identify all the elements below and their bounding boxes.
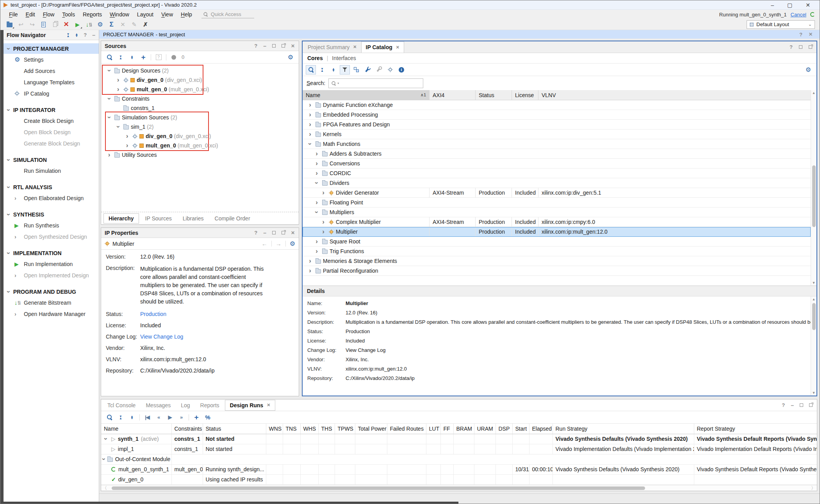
search-input[interactable]: ▾ <box>328 78 423 88</box>
ip-catalog-row-embedded-processing[interactable]: ›Embedded Processing <box>303 110 811 120</box>
editor-tab-project-summary[interactable]: Project Summary✕ <box>303 41 361 53</box>
results-minimize-button[interactable]: – <box>791 402 794 408</box>
expand-expander-icon[interactable]: › <box>115 87 121 91</box>
ip-catalog-row-divider-generator[interactable]: ›Divider GeneratorAXI4-StreamProductionI… <box>303 188 811 198</box>
ip-catalog-row-cordic[interactable]: ›CORDIC <box>303 169 811 178</box>
column-header-name[interactable]: Name <box>101 424 171 434</box>
cancel-run-link[interactable]: Cancel <box>791 12 806 18</box>
menu-layout[interactable]: Layout <box>133 11 157 18</box>
ip-catalog-maximize-button[interactable] <box>799 45 802 49</box>
tree-item-mult-gen-0[interactable]: ›mult_gen_0 (mult_gen_0.xci) <box>101 141 299 150</box>
collapse-expander-icon[interactable]: › <box>103 457 105 461</box>
detail-value[interactable]: View Change Log <box>346 347 385 353</box>
ip-catalog-row-dividers[interactable]: ›Dividers <box>303 178 811 188</box>
back-arrow-icon[interactable]: ← <box>262 240 267 247</box>
ip-catalog-funnel-button[interactable] <box>340 65 350 75</box>
sources-search-button[interactable] <box>104 53 114 62</box>
ip-catalog-float-button[interactable] <box>809 45 812 49</box>
window-close-button[interactable]: ✕ <box>806 2 810 8</box>
property-value[interactable]: Production <box>140 311 166 317</box>
quick-access-search[interactable]: Quick Access <box>201 11 254 18</box>
tree-item-div-gen-0[interactable]: ›div_gen_0 (div_gen_0.xci) <box>101 131 299 141</box>
tab-design-runs[interactable]: Design Runs✕ <box>225 400 276 411</box>
sources-maximize-button[interactable] <box>272 44 276 48</box>
menu-tools[interactable]: Tools <box>58 11 79 18</box>
menu-window[interactable]: Window <box>106 11 133 18</box>
flow-item-add-sources[interactable]: Add Sources <box>4 65 99 76</box>
design-runs-percent-button[interactable]: % <box>203 413 213 422</box>
ip-catalog-row-conversions[interactable]: ›Conversions <box>303 159 811 169</box>
flow-item-create-block-design[interactable]: Create Block Design <box>4 115 99 126</box>
tree-item-mult-gen-0[interactable]: ›mult_gen_0 (mult_gen_0.xci) <box>101 85 299 94</box>
ip-properties-question-button[interactable]: ? <box>254 230 257 236</box>
sources-dot-badge-button[interactable] <box>169 53 179 62</box>
cancel-run-button[interactable]: ✕ <box>61 20 71 29</box>
detail-value[interactable]: Production <box>346 328 370 334</box>
column-header-elapsed[interactable]: Elapsed <box>529 424 553 434</box>
forward-arrow-icon[interactable]: → <box>276 240 282 247</box>
menu-file[interactable]: File <box>5 11 22 18</box>
open-project-button[interactable] <box>4 20 15 29</box>
flow-section-header-synthesis[interactable]: ›SYNTHESIS <box>4 209 99 220</box>
tab-cores[interactable]: Cores <box>307 55 323 61</box>
design-runs-play-gray-button[interactable]: ▶ <box>165 413 175 422</box>
tab-tcl-console[interactable]: Tcl Console <box>103 400 140 410</box>
collapse-expander-icon[interactable]: › <box>313 210 320 214</box>
column-header-start[interactable]: Start <box>512 424 529 434</box>
sources-question-box-button[interactable]: ? <box>153 53 164 62</box>
flow-navigator-minimize-button[interactable]: – <box>92 32 95 38</box>
design-runs-back-button[interactable]: « <box>153 413 164 422</box>
expand-expander-icon[interactable]: › <box>307 269 314 273</box>
column-header-license[interactable]: License <box>512 90 538 100</box>
expand-expander-icon[interactable]: › <box>106 153 112 157</box>
collapse-expander-icon[interactable]: › <box>7 211 10 218</box>
flow-section-header-rtl-analysis[interactable]: ›RTL ANALYSIS <box>4 182 99 192</box>
ip-catalog-row-square-root[interactable]: ›Square Root <box>303 237 811 247</box>
tree-item-constraints[interactable]: ›Constraints <box>101 94 299 103</box>
column-header-constraints[interactable]: Constraints <box>171 424 203 434</box>
collapse-expander-icon[interactable]: › <box>7 250 10 256</box>
tab-hierarchy[interactable]: Hierarchy <box>103 213 139 224</box>
ip-catalog-row-math-functions[interactable]: ›Math Functions <box>303 139 811 149</box>
menu-flow[interactable]: Flow <box>39 11 59 18</box>
property-value[interactable]: View Change Log <box>140 334 183 340</box>
column-header-whs[interactable]: WHS <box>300 424 318 434</box>
column-header-ths[interactable]: THS <box>318 424 335 434</box>
flow-section-header-simulation[interactable]: ›SIMULATION <box>4 154 99 165</box>
ip-catalog-settings-button[interactable]: ⚙ <box>803 65 813 75</box>
redo-button[interactable]: ↪ <box>27 20 37 29</box>
expand-expander-icon[interactable]: › <box>115 78 121 82</box>
gear-icon[interactable]: ⚙ <box>290 241 295 247</box>
flow-section-header-ip-integrator[interactable]: ›IP INTEGRATOR <box>4 105 99 115</box>
sources-collapse-all-button[interactable]: ▼▲ <box>116 53 126 62</box>
flow-item-ip-catalog[interactable]: IP Catalog <box>4 88 99 99</box>
tab-libraries[interactable]: Libraries <box>178 214 209 223</box>
ip-catalog-info-button[interactable]: i <box>396 65 406 75</box>
column-header-wns[interactable]: WNS <box>266 424 283 434</box>
expand-expander-icon[interactable]: › <box>307 259 314 263</box>
sources-plus-button[interactable]: + <box>138 53 148 62</box>
ip-catalog-chip-btn-button[interactable] <box>385 65 395 75</box>
tree-item-div-gen-0[interactable]: ›div_gen_0 (div_gen_0.xci) <box>101 75 299 85</box>
column-header-bram[interactable]: BRAM <box>453 424 474 434</box>
collapse-expander-icon[interactable]: › <box>115 125 121 129</box>
column-header-run-strategy[interactable]: Run Strategy <box>553 424 694 434</box>
column-header-total-power[interactable]: Total Power <box>355 424 387 434</box>
tree-item-sim-1[interactable]: ›sim_1 (2) <box>101 122 299 131</box>
tab-interfaces[interactable]: Interfaces <box>332 55 356 61</box>
ip-catalog-row-partial-reconfiguration[interactable]: ›Partial Reconfiguration <box>303 266 811 276</box>
ip-catalog-row-fpga-features-and-design[interactable]: ›FPGA Features and Design <box>303 120 811 130</box>
expand-expander-icon[interactable]: › <box>124 134 130 138</box>
flow-item-settings[interactable]: ⚙Settings <box>4 54 99 65</box>
design-runs-search-button[interactable] <box>104 413 114 422</box>
collapse-expander-icon[interactable]: › <box>103 437 109 441</box>
design-runs-plus-button[interactable]: + <box>191 413 201 422</box>
design-run-row-div-gen-0[interactable]: ✓div_gen_0Using cached IP results <box>101 474 817 484</box>
ip-properties-maximize-button[interactable] <box>272 231 276 234</box>
ip-catalog-row-trig-functions[interactable]: ›Trig Functions <box>303 247 811 256</box>
undo-button[interactable]: ↩ <box>16 20 26 29</box>
ip-catalog-search-button[interactable] <box>306 65 316 75</box>
collapse-expander-icon[interactable]: › <box>106 69 112 73</box>
tree-item-constrs-1[interactable]: ›constrs_1 <box>101 103 299 113</box>
results-question-button[interactable]: ? <box>782 402 785 408</box>
